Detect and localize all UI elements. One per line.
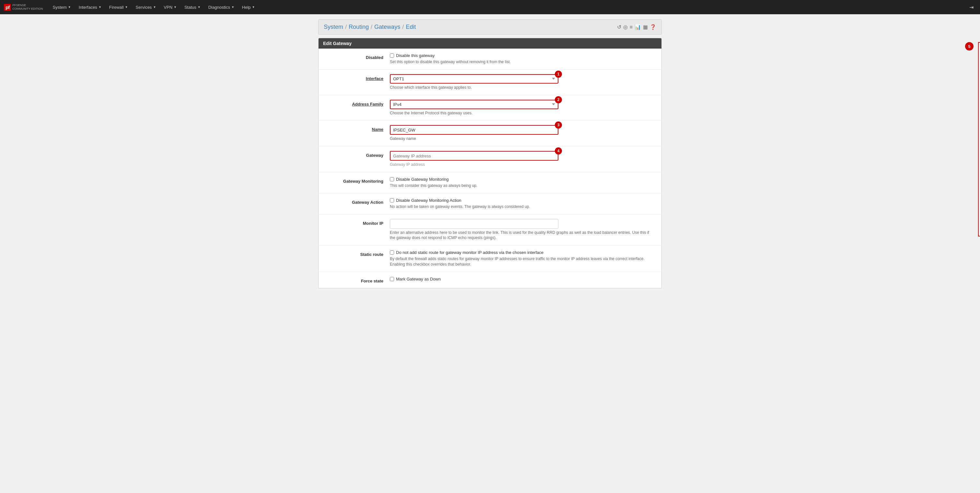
circle-icon[interactable]: ◎: [623, 24, 628, 30]
nav-firewall[interactable]: Firewall ▼: [106, 3, 131, 12]
force-state-label: Force state: [318, 277, 390, 284]
chevron-down-icon: ▼: [68, 5, 71, 9]
logout-icon[interactable]: ⇥: [967, 3, 976, 11]
list-icon[interactable]: ≡: [630, 24, 633, 30]
chevron-down-icon: ▼: [198, 5, 200, 9]
navbar-right: ⇥: [967, 4, 976, 10]
gateway-action-help: No action will be taken on gateway event…: [390, 204, 655, 209]
chevron-down-icon: ▼: [99, 5, 102, 9]
nav-system[interactable]: System ▼: [49, 3, 74, 12]
monitor-ip-label: Monitor IP: [318, 219, 390, 241]
name-input[interactable]: [390, 125, 558, 135]
monitor-ip-content: Enter an alternative address here to be …: [390, 219, 662, 241]
gateway-monitoring-checkbox[interactable]: [390, 177, 394, 181]
gateway-monitoring-help: This will consider this gateway as alway…: [390, 183, 655, 189]
gateway-content: 4 Gateway IP address: [390, 151, 662, 168]
step-badge-5: 5: [965, 42, 974, 51]
main-content: System / Routing / Gateways / Edit ↺ ◎ ≡…: [312, 14, 668, 293]
scroll-border-indicator: [978, 42, 980, 236]
address-family-content: IPv4 IPv6 2 Choose the Internet Protocol…: [390, 100, 662, 116]
gateway-field-wrapper: 4: [390, 151, 558, 161]
static-route-checkbox[interactable]: [390, 250, 394, 255]
gateway-action-checkbox[interactable]: [390, 198, 394, 203]
monitor-ip-help: Enter an alternative address here to be …: [390, 230, 655, 241]
nav-vpn[interactable]: VPN ▼: [161, 3, 180, 12]
step-badge-3: 3: [555, 122, 562, 128]
step-badge-4: 4: [555, 147, 562, 154]
address-family-row: Address Family IPv4 IPv6 2 Choose the In…: [318, 95, 662, 121]
navbar: pf pfSenseCOMMUNITY EDITION System ▼ Int…: [0, 0, 980, 14]
gateway-action-content: Disable Gateway Monitoring Action No act…: [390, 198, 662, 209]
name-content: 3 Gateway name: [390, 125, 662, 141]
interface-select[interactable]: OPT1 WAN LAN: [390, 74, 558, 84]
gateway-row: Gateway 4 Gateway IP address: [318, 146, 662, 172]
force-state-checkbox[interactable]: [390, 277, 394, 281]
static-route-checkbox-label[interactable]: Do not add static route for gateway moni…: [390, 250, 655, 255]
gateway-monitoring-checkbox-label[interactable]: Disable Gateway Monitoring: [390, 177, 655, 182]
disabled-checkbox[interactable]: [390, 54, 394, 58]
static-route-content: Do not add static route for gateway moni…: [390, 250, 662, 267]
disabled-help: Set this option to disable this gateway …: [390, 59, 655, 65]
monitor-ip-row: Monitor IP Enter an alternative address …: [318, 214, 662, 246]
name-help: Gateway name: [390, 136, 655, 141]
gateway-monitoring-row: Gateway Monitoring Disable Gateway Monit…: [318, 172, 662, 193]
breadcrumb-routing[interactable]: Routing: [349, 24, 369, 30]
disabled-checkbox-label[interactable]: Disable this gateway: [390, 53, 655, 58]
disabled-row: Disabled Disable this gateway Set this o…: [318, 49, 662, 70]
gateway-label: Gateway: [318, 151, 390, 168]
chevron-down-icon: ▼: [125, 5, 128, 9]
breadcrumb-icons: ↺ ◎ ≡ 📊 ▦ ❓: [617, 24, 656, 30]
disabled-label: Disabled: [318, 53, 390, 65]
breadcrumb-sep-2: /: [371, 24, 372, 30]
breadcrumb-sep-3: /: [402, 24, 404, 30]
gateway-monitoring-content: Disable Gateway Monitoring This will con…: [390, 177, 662, 189]
name-label[interactable]: Name: [318, 125, 390, 141]
gateway-monitoring-label: Gateway Monitoring: [318, 177, 390, 189]
force-state-checkbox-label[interactable]: Mark Gateway as Down: [390, 277, 655, 282]
static-route-row: Static route Do not add static route for…: [318, 246, 662, 272]
force-state-content: Mark Gateway as Down: [390, 277, 662, 284]
gateway-placeholder-text: Gateway IP address: [390, 162, 655, 168]
static-route-label: Static route: [318, 250, 390, 267]
edit-gateway-panel: Edit Gateway Disabled Disable this gatew…: [318, 38, 662, 288]
address-family-help: Choose the Internet Protocol this gatewa…: [390, 111, 655, 116]
chart-icon[interactable]: 📊: [635, 24, 641, 30]
interface-field-wrapper: OPT1 WAN LAN 1: [390, 74, 558, 84]
nav-help[interactable]: Help ▼: [239, 3, 258, 12]
interface-row: Interface OPT1 WAN LAN 1 Choose which in…: [318, 70, 662, 95]
interface-content: OPT1 WAN LAN 1 Choose which interface th…: [390, 74, 662, 90]
name-field-wrapper: 3: [390, 125, 558, 135]
address-family-label[interactable]: Address Family: [318, 100, 390, 116]
nav-interfaces[interactable]: Interfaces ▼: [75, 3, 105, 12]
refresh-icon[interactable]: ↺: [617, 24, 621, 30]
chevron-down-icon: ▼: [252, 5, 255, 9]
interface-help: Choose which interface this gateway appl…: [390, 85, 655, 90]
breadcrumb-gateways[interactable]: Gateways: [374, 24, 400, 30]
breadcrumb-edit: Edit: [406, 24, 416, 30]
chevron-down-icon: ▼: [231, 5, 234, 9]
gateway-input[interactable]: [390, 151, 558, 161]
name-row: Name 3 Gateway name: [318, 120, 662, 146]
chevron-down-icon: ▼: [174, 5, 177, 9]
gateway-action-checkbox-label[interactable]: Disable Gateway Monitoring Action: [390, 198, 655, 203]
step-badge-1: 1: [555, 71, 562, 78]
disabled-content: Disable this gateway Set this option to …: [390, 53, 662, 65]
nav-status[interactable]: Status ▼: [181, 3, 204, 12]
logo-icon: pf: [4, 4, 11, 11]
brand-logo: pf pfSenseCOMMUNITY EDITION: [4, 3, 43, 11]
chevron-down-icon: ▼: [153, 5, 156, 9]
breadcrumb: System / Routing / Gateways / Edit: [324, 24, 416, 30]
breadcrumb-sep-1: /: [345, 24, 347, 30]
address-family-select[interactable]: IPv4 IPv6: [390, 100, 558, 109]
monitor-ip-input[interactable]: [390, 219, 558, 229]
interface-label[interactable]: Interface: [318, 74, 390, 90]
brand-name: pfSenseCOMMUNITY EDITION: [12, 3, 43, 11]
address-family-field-wrapper: IPv4 IPv6 2: [390, 100, 558, 109]
table-icon[interactable]: ▦: [643, 24, 648, 30]
breadcrumb-system[interactable]: System: [324, 24, 343, 30]
nav-services[interactable]: Services ▼: [132, 3, 159, 12]
gateway-action-row: Gateway Action Disable Gateway Monitorin…: [318, 193, 662, 214]
panel-body: Disabled Disable this gateway Set this o…: [318, 49, 662, 288]
help-icon[interactable]: ❓: [650, 24, 656, 30]
nav-diagnostics[interactable]: Diagnostics ▼: [205, 3, 237, 12]
